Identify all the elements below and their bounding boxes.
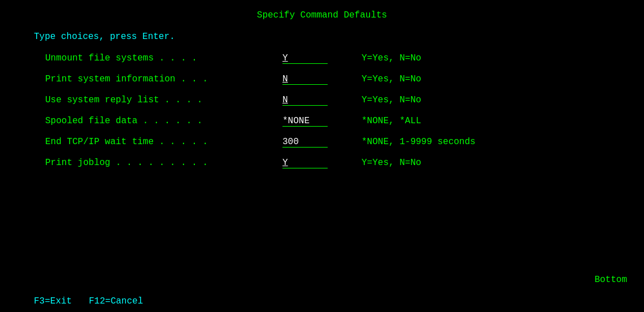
f12-label: Cancel bbox=[111, 296, 143, 306]
field-row-5: Print joblog . . . . . . . . .YY=Yes, N=… bbox=[0, 158, 644, 168]
field-label-5: Print joblog . . . . . . . . . bbox=[45, 158, 282, 168]
field-hint-3: *NONE, *ALL bbox=[362, 116, 421, 126]
instruction-text: Type choices, press Enter. bbox=[0, 32, 644, 42]
field-hint-4: *NONE, 1-9999 seconds bbox=[362, 137, 476, 147]
field-value-2[interactable]: N bbox=[282, 95, 356, 106]
field-row-4: End TCP/IP wait time . . . . .300*NONE, … bbox=[0, 137, 644, 148]
field-hint-0: Y=Yes, N=No bbox=[362, 53, 421, 63]
field-row-0: Unmount file systems . . . .YY=Yes, N=No bbox=[0, 53, 644, 64]
terminal-screen: Specify Command Defaults Type choices, p… bbox=[0, 0, 644, 312]
field-value-5[interactable]: Y bbox=[282, 158, 356, 168]
field-label-4: End TCP/IP wait time . . . . . bbox=[45, 137, 282, 147]
field-value-1[interactable]: N bbox=[282, 74, 356, 85]
f3-key[interactable]: F3= bbox=[34, 296, 50, 306]
field-hint-1: Y=Yes, N=No bbox=[362, 74, 421, 84]
bottom-indicator: Bottom bbox=[594, 275, 627, 285]
field-row-3: Spooled file data . . . . . .*NONE*NONE,… bbox=[0, 116, 644, 127]
f12-key[interactable]: F12= bbox=[89, 296, 110, 306]
field-value-3[interactable]: *NONE bbox=[282, 116, 356, 127]
screen-title: Specify Command Defaults bbox=[0, 6, 644, 20]
field-label-1: Print system information . . . bbox=[45, 74, 282, 84]
field-value-0[interactable]: Y bbox=[282, 53, 356, 64]
f3-label: Exit bbox=[50, 296, 72, 306]
field-label-0: Unmount file systems . . . . bbox=[45, 53, 282, 63]
field-hint-5: Y=Yes, N=No bbox=[362, 158, 421, 168]
field-label-3: Spooled file data . . . . . . bbox=[45, 116, 282, 126]
field-value-4[interactable]: 300 bbox=[282, 137, 356, 148]
function-keys-bar: F3=ExitF12=Cancel bbox=[34, 296, 143, 306]
field-row-2: Use system reply list . . . .NY=Yes, N=N… bbox=[0, 95, 644, 106]
field-label-2: Use system reply list . . . . bbox=[45, 95, 282, 105]
field-hint-2: Y=Yes, N=No bbox=[362, 95, 421, 105]
field-row-1: Print system information . . .NY=Yes, N=… bbox=[0, 74, 644, 85]
